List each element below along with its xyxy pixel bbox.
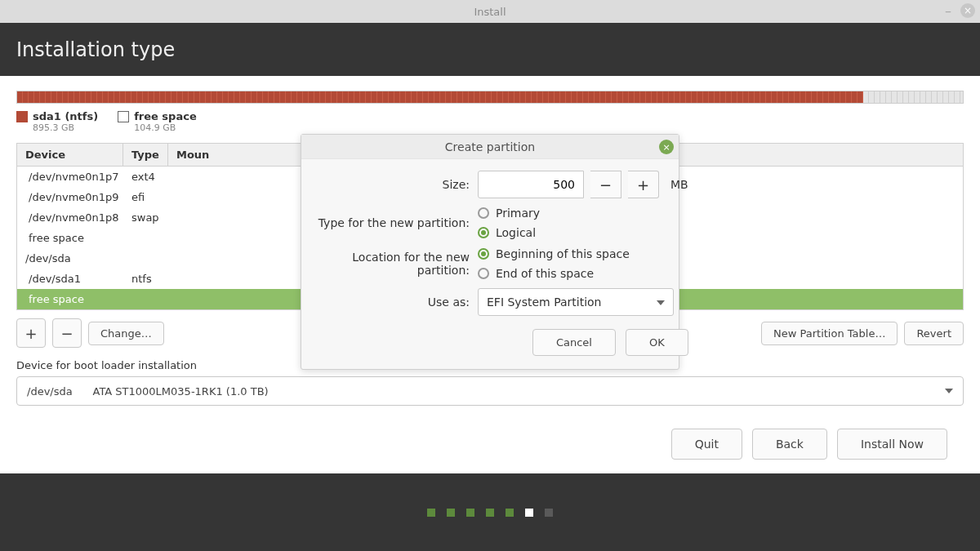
change-partition-button[interactable]: Change… bbox=[88, 322, 164, 345]
dialog-title: Create partition bbox=[445, 140, 535, 153]
legend-used-size: 895.3 GB bbox=[33, 122, 98, 133]
step-dot bbox=[427, 509, 435, 517]
useas-value: EFI System Partition bbox=[487, 295, 601, 309]
page-title: Installation type bbox=[16, 38, 175, 61]
type-label: Type for the new partition: bbox=[314, 216, 470, 229]
useas-select[interactable]: EFI System Partition bbox=[478, 288, 674, 316]
radio-primary[interactable]: Primary bbox=[478, 207, 688, 220]
dialog-ok-button[interactable]: OK bbox=[626, 329, 688, 356]
wizard-footer: Quit Back Install Now bbox=[16, 429, 964, 460]
dialog-footer: Cancel OK bbox=[314, 329, 688, 356]
radio-icon bbox=[478, 248, 489, 260]
remove-partition-button[interactable]: − bbox=[52, 318, 82, 348]
dialog-titlebar: Create partition × bbox=[301, 135, 679, 159]
step-dot bbox=[506, 509, 514, 517]
size-input[interactable] bbox=[478, 171, 584, 198]
window-controls: – × bbox=[941, 3, 975, 18]
quit-button[interactable]: Quit bbox=[671, 429, 742, 460]
size-increment-button[interactable]: + bbox=[628, 171, 659, 198]
close-button[interactable]: × bbox=[960, 3, 975, 18]
step-dot bbox=[466, 509, 474, 517]
legend-free-label: free space bbox=[134, 110, 197, 122]
radio-icon bbox=[478, 227, 489, 238]
radio-logical[interactable]: Logical bbox=[478, 226, 688, 239]
page-header: Installation type bbox=[0, 23, 980, 76]
install-now-button[interactable]: Install Now bbox=[837, 429, 947, 460]
col-header-type[interactable]: Type bbox=[123, 144, 168, 166]
size-unit: MB bbox=[670, 178, 688, 191]
revert-button[interactable]: Revert bbox=[904, 322, 964, 345]
bootloader-select[interactable]: /dev/sda ATA ST1000LM035-1RK1 (1.0 TB) bbox=[16, 376, 964, 406]
swatch-used-icon bbox=[16, 111, 28, 122]
size-label: Size: bbox=[314, 178, 470, 191]
bootloader-select-value: /dev/sda ATA ST1000LM035-1RK1 (1.0 TB) bbox=[27, 385, 269, 398]
back-button[interactable]: Back bbox=[752, 429, 827, 460]
size-decrement-button[interactable]: − bbox=[590, 171, 621, 198]
legend-item-used: sda1 (ntfs) 895.3 GB bbox=[16, 110, 98, 133]
step-dot bbox=[486, 509, 494, 517]
new-partition-table-button[interactable]: New Partition Table… bbox=[761, 322, 898, 345]
legend-used-label: sda1 (ntfs) bbox=[33, 110, 98, 122]
size-row: − + MB bbox=[478, 171, 688, 198]
radio-icon bbox=[478, 207, 489, 219]
step-dot bbox=[545, 509, 553, 517]
chevron-down-icon bbox=[657, 300, 665, 305]
dialog-close-button[interactable]: × bbox=[659, 140, 674, 154]
window-title: Install bbox=[474, 6, 506, 18]
create-partition-dialog: Create partition × Size: − + MB Type for… bbox=[301, 134, 679, 370]
disk-usage-bar bbox=[16, 91, 964, 104]
usage-segment-used bbox=[17, 91, 863, 103]
chevron-down-icon bbox=[945, 389, 953, 393]
add-partition-button[interactable]: + bbox=[16, 318, 46, 348]
dialog-cancel-button[interactable]: Cancel bbox=[532, 329, 616, 356]
swatch-free-icon bbox=[118, 111, 129, 122]
location-label: Location for the new partition: bbox=[314, 251, 470, 277]
step-dot-current bbox=[525, 509, 533, 517]
usage-segment-free bbox=[863, 91, 963, 103]
useas-label: Use as: bbox=[314, 295, 470, 309]
titlebar: Install – × bbox=[0, 0, 980, 23]
col-header-device[interactable]: Device bbox=[17, 144, 123, 166]
radio-location-beginning[interactable]: Beginning of this space bbox=[478, 247, 688, 260]
step-dot bbox=[447, 509, 455, 517]
installer-window: Install – × Installation type sda1 (ntfs… bbox=[0, 0, 980, 551]
radio-icon bbox=[478, 268, 489, 279]
radio-location-end[interactable]: End of this space bbox=[478, 267, 688, 280]
usage-legend: sda1 (ntfs) 895.3 GB free space 104.9 GB bbox=[16, 110, 964, 133]
legend-free-size: 104.9 GB bbox=[134, 122, 197, 133]
progress-dots bbox=[0, 473, 980, 551]
legend-item-free: free space 104.9 GB bbox=[118, 110, 197, 133]
minimize-button[interactable]: – bbox=[941, 3, 956, 18]
